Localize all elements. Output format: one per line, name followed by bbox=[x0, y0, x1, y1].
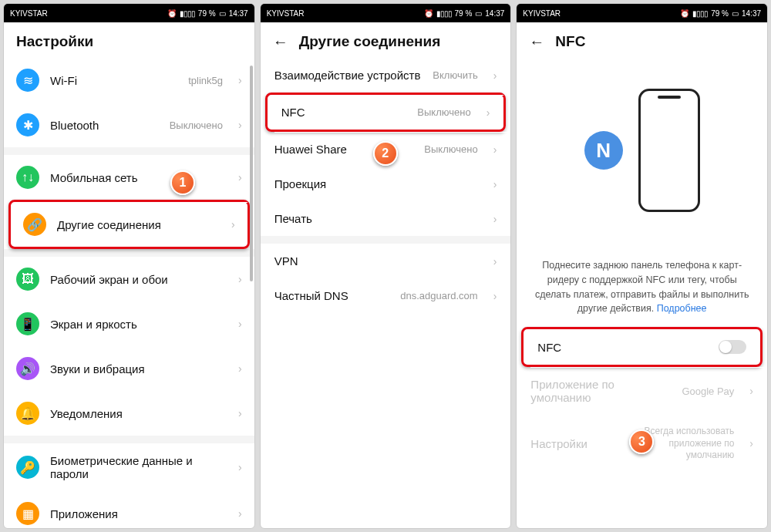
label: Настройки bbox=[530, 437, 615, 450]
row-notifications[interactable]: 🔔 Уведомления › bbox=[4, 391, 254, 436]
label: Приложения bbox=[50, 507, 223, 520]
desc-text: Поднесите заднюю панель телефона к карт-… bbox=[535, 260, 749, 314]
status-bar: KYIVSTAR ⏰ ▮▯▯▯ 79 % ▭ 14:37 bbox=[261, 4, 511, 22]
row-other-connections[interactable]: 🔗 Другие соединения › bbox=[8, 200, 250, 249]
chevron-right-icon: › bbox=[493, 255, 497, 268]
link-icon: 🔗 bbox=[23, 213, 46, 236]
value: Выключено bbox=[170, 120, 223, 131]
value: Выключено bbox=[417, 106, 470, 118]
wallpaper-icon: 🖼 bbox=[16, 268, 39, 291]
mobile-icon: ↑↓ bbox=[16, 166, 39, 189]
page-title: Настройки bbox=[16, 33, 93, 50]
battery-icon: ▭ bbox=[732, 9, 739, 18]
row-nfc[interactable]: NFC Выключено › bbox=[265, 93, 507, 132]
alarm-icon: ⏰ bbox=[680, 9, 689, 18]
chevron-right-icon: › bbox=[487, 106, 490, 119]
learn-more-link[interactable]: Подробнее bbox=[657, 303, 707, 314]
label: Проекция bbox=[274, 177, 478, 190]
row-apps[interactable]: ▦ Приложения › bbox=[4, 491, 254, 528]
row-default-app: Приложение по умолчанию Google Pay › bbox=[517, 367, 767, 415]
step-badge-1: 1 bbox=[170, 170, 195, 195]
battery-pct: 79 % bbox=[455, 9, 473, 18]
step-badge-2: 2 bbox=[373, 141, 398, 166]
screen-other-connections: KYIVSTAR ⏰ ▮▯▯▯ 79 % ▭ 14:37 ← Другие со… bbox=[260, 3, 512, 529]
section-gap bbox=[4, 147, 254, 155]
label: Другие соединения bbox=[57, 218, 216, 231]
row-home-wallpaper[interactable]: 🖼 Рабочий экран и обои › bbox=[4, 257, 254, 301]
row-wifi[interactable]: ≋ Wi-Fi tplink5g › bbox=[4, 58, 254, 103]
chevron-right-icon: › bbox=[493, 290, 497, 302]
row-display[interactable]: 📱 Экран и яркость › bbox=[4, 301, 254, 346]
phone-outline-icon bbox=[638, 89, 700, 212]
section-gap bbox=[4, 249, 254, 257]
chevron-right-icon: › bbox=[493, 69, 497, 82]
back-icon[interactable]: ← bbox=[529, 34, 544, 49]
chevron-right-icon: › bbox=[238, 407, 242, 419]
row-projection[interactable]: Проекция › bbox=[261, 167, 511, 201]
status-bar: KYIVSTAR ⏰ ▮▯▯▯ 79 % ▭ 14:37 bbox=[4, 4, 254, 22]
nfc-badge-icon: N bbox=[584, 131, 623, 170]
label: Экран и яркость bbox=[50, 318, 223, 331]
battery-icon: ▭ bbox=[219, 9, 226, 18]
value: Google Pay bbox=[682, 386, 734, 397]
clock: 14:37 bbox=[485, 9, 504, 18]
label: Частный DNS bbox=[274, 289, 390, 302]
label: Рабочий экран и обои bbox=[50, 273, 223, 286]
row-biometrics[interactable]: 🔑 Биометрические данные и пароли › bbox=[4, 443, 254, 491]
clock: 14:37 bbox=[229, 9, 248, 18]
chevron-right-icon: › bbox=[238, 119, 242, 131]
bluetooth-icon: ✱ bbox=[16, 113, 39, 136]
row-bluetooth[interactable]: ✱ Bluetooth Выключено › bbox=[4, 103, 254, 147]
row-mobile-network[interactable]: ↑↓ Мобильная сеть › bbox=[4, 155, 254, 200]
row-device-interaction[interactable]: Взаимодействие устройств Включить › bbox=[261, 58, 511, 93]
signal-icon: ▮▯▯▯ bbox=[692, 9, 708, 18]
page-title: NFC bbox=[555, 33, 585, 50]
screen-nfc: KYIVSTAR ⏰ ▮▯▯▯ 79 % ▭ 14:37 ← NFC N Под… bbox=[516, 3, 768, 529]
scrollbar[interactable] bbox=[250, 66, 253, 281]
carrier: KYIVSTAR bbox=[267, 9, 305, 18]
chevron-right-icon: › bbox=[238, 318, 242, 330]
label: NFC bbox=[537, 341, 708, 354]
section-gap bbox=[261, 236, 511, 244]
label: VPN bbox=[274, 254, 478, 268]
label: Печать bbox=[274, 212, 478, 225]
display-icon: 📱 bbox=[16, 312, 39, 335]
wifi-icon: ≋ bbox=[16, 69, 39, 92]
label: Мобильная сеть bbox=[50, 171, 223, 184]
label: Приложение по умолчанию bbox=[530, 378, 671, 404]
value: Выключено bbox=[424, 143, 477, 155]
chevron-right-icon: › bbox=[238, 171, 242, 184]
battery-pct: 79 % bbox=[198, 9, 216, 18]
chevron-right-icon: › bbox=[493, 213, 497, 225]
row-sound[interactable]: 🔊 Звуки и вибрация › bbox=[4, 346, 254, 391]
nfc-illustration: N bbox=[517, 58, 767, 258]
row-nfc-toggle[interactable]: NFC bbox=[521, 327, 763, 367]
chevron-right-icon: › bbox=[493, 178, 497, 190]
alarm-icon: ⏰ bbox=[424, 9, 433, 18]
label: Биометрические данные и пароли bbox=[50, 454, 223, 480]
row-vpn[interactable]: VPN › bbox=[261, 244, 511, 278]
nfc-toggle[interactable] bbox=[719, 340, 746, 354]
value: dns.adguard.com bbox=[400, 290, 477, 301]
signal-icon: ▮▯▯▯ bbox=[180, 9, 195, 18]
back-icon[interactable]: ← bbox=[273, 34, 288, 49]
chevron-right-icon: › bbox=[493, 143, 497, 156]
carrier: KYIVSTAR bbox=[523, 9, 561, 18]
row-print[interactable]: Печать › bbox=[261, 201, 511, 236]
chevron-right-icon: › bbox=[238, 362, 242, 375]
row-private-dns[interactable]: Частный DNS dns.adguard.com › bbox=[261, 278, 511, 313]
screen-settings: KYIVSTAR ⏰ ▮▯▯▯ 79 % ▭ 14:37 Настройки ≋… bbox=[3, 3, 255, 529]
battery-icon: ▭ bbox=[475, 9, 482, 18]
section-gap bbox=[4, 436, 254, 443]
sound-icon: 🔊 bbox=[16, 357, 39, 380]
settings-list: ≋ Wi-Fi tplink5g › ✱ Bluetooth Выключено… bbox=[4, 58, 254, 528]
chevron-right-icon: › bbox=[749, 385, 753, 397]
header: ← NFC bbox=[517, 22, 767, 58]
clock: 14:37 bbox=[742, 9, 761, 18]
chevron-right-icon: › bbox=[238, 273, 242, 285]
chevron-right-icon: › bbox=[238, 507, 242, 520]
label: Звуки и вибрация bbox=[50, 362, 223, 375]
header: Настройки bbox=[4, 22, 254, 58]
value: tplink5g bbox=[188, 75, 223, 86]
connections-list: Взаимодействие устройств Включить › NFC … bbox=[261, 58, 511, 528]
